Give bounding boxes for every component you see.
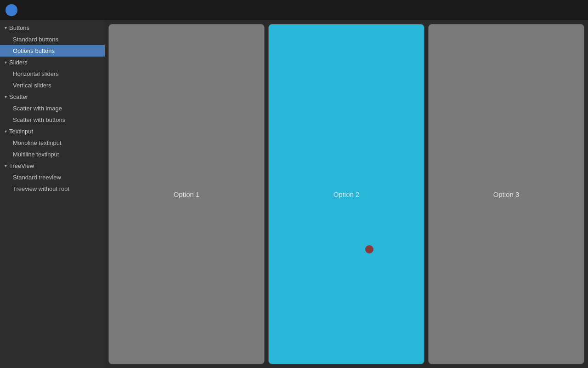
chevron-down-icon: ▾: [5, 129, 7, 134]
category-label-scatter: Scatter: [9, 93, 28, 100]
chevron-down-icon: ▾: [5, 163, 7, 168]
option2-label: Option 2: [334, 190, 360, 198]
content-area: Option 1 Option 2 Option 3: [105, 20, 588, 368]
sidebar: ▾ButtonsStandard buttonsOptions buttons▾…: [0, 20, 105, 368]
sidebar-item-standard-buttons[interactable]: Standard buttons: [0, 34, 105, 45]
sidebar-item-horizontal-sliders[interactable]: Horizontal sliders: [0, 68, 105, 80]
sidebar-item-scatter-with-image[interactable]: Scatter with image: [0, 103, 105, 114]
category-label-textinput: Textinput: [9, 128, 33, 135]
sidebar-category-treeview[interactable]: ▾TreeView: [0, 160, 105, 172]
option1-label: Option 1: [174, 190, 200, 198]
chevron-down-icon: ▾: [5, 25, 7, 30]
option3-label: Option 3: [493, 190, 520, 198]
sidebar-item-treeview-without-root[interactable]: Treeview without root: [0, 183, 105, 195]
option-panel-3[interactable]: Option 3: [428, 24, 584, 364]
option-panel-1[interactable]: Option 1: [108, 24, 265, 364]
category-label-sliders: Sliders: [9, 59, 28, 66]
sidebar-item-monoline-textinput[interactable]: Monoline textinput: [0, 137, 105, 149]
dot-indicator: [365, 245, 373, 253]
titlebar: [0, 0, 588, 20]
sidebar-item-scatter-with-buttons[interactable]: Scatter with buttons: [0, 114, 105, 126]
sidebar-category-buttons[interactable]: ▾Buttons: [0, 22, 105, 34]
chevron-down-icon: ▾: [5, 94, 7, 99]
chevron-down-icon: ▾: [5, 60, 7, 65]
sidebar-item-options-buttons[interactable]: Options buttons: [0, 45, 105, 57]
app-icon: [6, 4, 17, 16]
main-layout: ▾ButtonsStandard buttonsOptions buttons▾…: [0, 20, 588, 368]
sidebar-item-standard-treeview[interactable]: Standard treeview: [0, 172, 105, 183]
sidebar-item-vertical-sliders[interactable]: Vertical sliders: [0, 80, 105, 91]
option-panel-2[interactable]: Option 2: [268, 24, 424, 364]
sidebar-category-sliders[interactable]: ▾Sliders: [0, 57, 105, 68]
sidebar-item-multiline-textinput[interactable]: Multiline textinput: [0, 149, 105, 160]
sidebar-category-textinput[interactable]: ▾Textinput: [0, 126, 105, 137]
category-label-buttons: Buttons: [9, 24, 29, 31]
category-label-treeview: TreeView: [9, 162, 34, 169]
sidebar-category-scatter[interactable]: ▾Scatter: [0, 91, 105, 103]
